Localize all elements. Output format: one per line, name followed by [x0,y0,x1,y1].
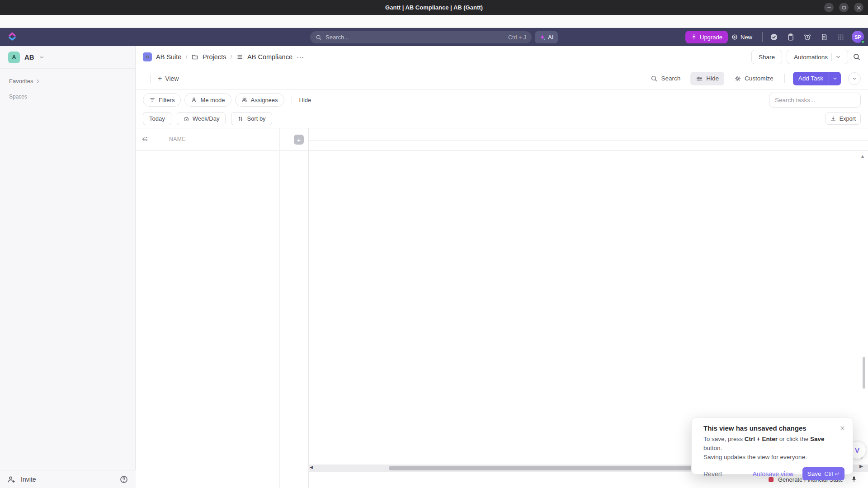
sort-icon [237,116,244,122]
breadcrumb: AB Suite / Projects / AB Compliance ⋯ Sh… [136,46,868,68]
view-tabs-bar: + View Search Hide Customize Add Task [136,68,868,89]
sparkle-icon [539,34,546,41]
sidebar: A AB Favorites Spaces Invite [0,46,136,488]
plus-circle-icon [731,34,738,40]
filter-icon [149,97,156,103]
filters-button[interactable]: Filters [143,93,181,107]
close-icon [856,5,862,10]
clipboard-button[interactable] [784,30,797,44]
scroll-left-arrow-icon[interactable]: ◀ [310,465,313,469]
workspace-avatar: A [8,52,20,63]
help-icon[interactable] [119,475,128,484]
unsaved-changes-dialog: This view has unsaved changes To save, p… [691,418,853,474]
workspace-switcher[interactable]: A AB [0,46,135,69]
sort-by-button[interactable]: Sort by [231,112,272,125]
customize-button[interactable]: Customize [731,75,776,83]
user-avatar[interactable]: SP [852,31,864,43]
collapse-header-button[interactable] [848,72,861,85]
search-tasks-input[interactable] [769,93,861,108]
dialog-close-icon[interactable] [840,425,845,431]
breadcrumb-more-button[interactable]: ⋯ [297,53,304,61]
scroll-up-arrow-icon[interactable]: ▲ [860,154,865,159]
tasks-done-button[interactable] [767,30,781,44]
clickup-logo-icon [7,32,17,42]
clipboard-icon [787,33,795,41]
person-plus-icon [7,475,15,483]
chevron-down-icon [835,54,841,60]
hide-filters-button[interactable]: Hide [299,97,311,103]
search-shortcut: Ctrl + J [508,34,526,41]
search-icon [651,75,658,82]
gantt-week-header [309,128,868,141]
dialog-title: This view has unsaved changes [703,424,844,432]
document-icon [820,33,828,41]
restore-button[interactable] [839,3,849,12]
save-button[interactable]: Save Ctrl ↵ [802,467,844,480]
pin-icon[interactable] [850,476,858,483]
autosave-view-button[interactable]: Autosave view [753,470,793,478]
revert-button[interactable]: Revert [703,470,722,478]
invite-button[interactable]: Invite [21,476,36,483]
apps-button[interactable] [834,30,848,44]
horizontal-scrollbar-thumb[interactable] [389,466,705,470]
new-button[interactable]: New [728,31,756,43]
gear-icon [734,75,741,82]
restore-icon [841,5,847,10]
header-search-icon[interactable] [853,53,861,61]
window-titlebar: Gantt | AB Compliance | AB (Gantt) [0,0,868,15]
export-button[interactable]: Export [825,113,861,125]
chevron-down-icon [832,76,838,81]
speedometer-icon [183,116,189,122]
ai-button[interactable]: AI [535,31,558,43]
add-column-button[interactable]: + [294,135,304,145]
grid-dots-icon [837,33,845,41]
vertical-scrollbar-thumb[interactable] [863,357,865,389]
today-button[interactable]: Today [143,112,171,125]
minimize-icon [826,5,832,10]
window-title: Gantt | AB Compliance | AB (Gantt) [0,0,868,15]
upgrade-icon [691,34,697,40]
filter-bar: Filters Me mode Assignees Hide [136,89,868,110]
task-panel-header: NAME + [136,128,308,151]
notepad-button[interactable] [817,30,831,44]
global-search-input[interactable]: Search... Ctrl + J [310,31,532,43]
minimize-button[interactable] [824,3,834,12]
share-button[interactable]: Share [751,50,782,64]
me-mode-button[interactable]: Me mode [184,93,231,107]
gantt-day-header [309,141,868,151]
search-icon [316,34,322,41]
gantt-toolbar: Today Week/Day Sort by Export [136,110,868,127]
folder-icon [191,53,198,61]
breadcrumb-folder[interactable]: Projects [203,53,226,61]
menu-bar [0,15,868,28]
gantt-task-panel: NAME + [136,128,308,488]
chevron-down-icon [852,76,857,81]
person-icon [191,97,197,103]
breadcrumb-space[interactable]: AB Suite [156,53,181,61]
topbar-divider [762,32,763,42]
add-view-button[interactable]: + View [158,75,179,83]
close-window-button[interactable] [854,3,863,12]
assignees-button[interactable]: Assignees [235,93,284,107]
breadcrumb-list[interactable]: AB Compliance [247,53,292,61]
online-status-dot [861,40,865,44]
automations-button[interactable]: Automations [787,50,848,64]
chevron-down-icon [39,55,44,60]
upgrade-button[interactable]: Upgrade [685,31,728,43]
add-task-button[interactable]: Add Task [793,72,841,85]
hide-button[interactable]: Hide [690,72,724,85]
download-icon [830,116,836,122]
check-circle-icon [770,33,778,41]
reminders-button[interactable] [801,30,814,44]
add-task-dropdown[interactable] [829,72,841,85]
space-badge-icon [143,52,152,61]
week-day-button[interactable]: Week/Day [177,112,226,125]
app-window: Gantt | AB Compliance | AB (Gantt) Searc… [0,0,868,488]
alarm-icon [803,33,811,41]
favorites-toggle[interactable]: Favorites [0,78,135,84]
chevron-right-icon [35,79,41,84]
list-icon [236,53,243,61]
collapse-panel-icon[interactable] [141,136,148,143]
view-search-button[interactable]: Search [648,75,683,83]
scroll-right-arrow-icon[interactable]: ▶ [859,464,863,469]
